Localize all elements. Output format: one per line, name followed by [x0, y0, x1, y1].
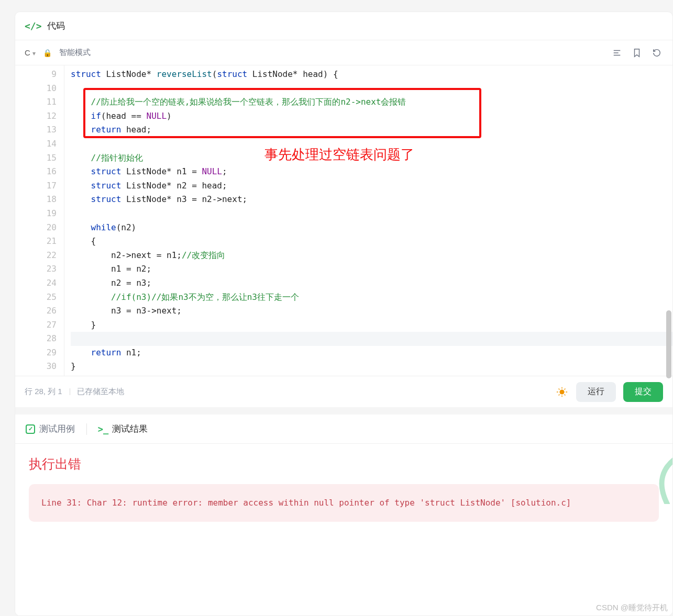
- panel-header: </> 代码: [15, 12, 672, 40]
- tab-testcases[interactable]: ✓ 测试用例: [26, 423, 75, 435]
- line-number: 21: [15, 234, 57, 249]
- lock-icon: 🔒: [43, 49, 52, 57]
- code-panel: </> 代码 C ▾ 🔒 智能模式 9101112131415161718192…: [15, 12, 673, 616]
- editor-toolbar: C ▾ 🔒 智能模式: [15, 40, 672, 65]
- code-line: [71, 332, 672, 346]
- code-area[interactable]: struct ListNode* reverseList(struct List…: [64, 65, 672, 376]
- run-button[interactable]: 运行: [576, 382, 616, 402]
- line-number: 27: [15, 318, 57, 332]
- format-icon[interactable]: [611, 47, 623, 59]
- line-number: 29: [15, 346, 57, 360]
- line-number: 20: [15, 221, 57, 235]
- line-number: 24: [15, 276, 57, 290]
- line-number: 13: [15, 123, 57, 137]
- code-line: return head;: [71, 123, 672, 137]
- code-line: [71, 207, 672, 221]
- results-panel: ✓ 测试用例 >_ 测试结果 执行出错 Line 31: Char 12: ru…: [15, 407, 672, 615]
- watermark: CSDN @睡觉待开机: [596, 603, 668, 613]
- chevron-down-icon: ▾: [32, 50, 36, 57]
- status-bar: 行 28, 列 1 已存储至本地 运行 提交: [15, 376, 672, 407]
- line-numbers: 9101112131415161718192021222324252627282…: [15, 65, 64, 376]
- code-line: n3 = n3->next;: [71, 304, 672, 318]
- code-line: if(head == NULL): [71, 109, 672, 124]
- line-number: 28: [15, 332, 57, 346]
- code-line: struct ListNode* n2 = head;: [71, 179, 672, 193]
- code-line: struct ListNode* n1 = NULL;: [71, 165, 672, 179]
- left-panel-scroll-hint: [0, 10, 5, 345]
- line-number: 12: [15, 109, 57, 124]
- line-number: 19: [15, 207, 57, 221]
- results-body: 执行出错 Line 31: Char 12: runtime error: me…: [15, 444, 672, 533]
- code-line: return n1;: [71, 346, 672, 360]
- line-number: 23: [15, 262, 57, 276]
- code-line: n1 = n2;: [71, 262, 672, 276]
- language-selector[interactable]: C ▾: [25, 48, 36, 57]
- code-line: n2 = n3;: [71, 276, 672, 290]
- svg-point-0: [559, 389, 564, 394]
- results-tabs: ✓ 测试用例 >_ 测试结果: [15, 415, 672, 444]
- divider: [86, 423, 87, 435]
- line-number: 17: [15, 179, 57, 193]
- decorative-curve: [646, 457, 673, 504]
- vertical-scrollbar[interactable]: [665, 80, 672, 411]
- panel-title: 代码: [47, 20, 65, 32]
- language-label: C: [25, 48, 30, 57]
- code-line: //防止给我一个空的链表,如果说给我一个空链表，那么我们下面的n2->next会…: [71, 95, 672, 109]
- line-number: 14: [15, 137, 57, 151]
- code-line: [71, 82, 672, 96]
- line-number: 25: [15, 290, 57, 305]
- line-number: 22: [15, 249, 57, 263]
- code-line: while(n2): [71, 221, 672, 235]
- line-number: 26: [15, 304, 57, 318]
- code-line: struct ListNode* reverseList(struct List…: [71, 68, 672, 82]
- save-status: 已存储至本地: [70, 387, 124, 397]
- code-line: {: [71, 234, 672, 249]
- code-line: //if(n3)//如果n3不为空，那么让n3往下走一个: [71, 290, 672, 305]
- scrollbar-thumb[interactable]: [666, 310, 671, 378]
- check-icon: ✓: [26, 424, 35, 434]
- tab-result-label: 测试结果: [112, 423, 148, 435]
- code-line: }: [71, 318, 672, 332]
- error-message: Line 31: Char 12: runtime error: member …: [29, 484, 659, 522]
- error-title: 执行出错: [29, 455, 659, 473]
- line-number: 9: [15, 68, 57, 82]
- bookmark-icon[interactable]: [631, 47, 643, 59]
- reset-icon[interactable]: [650, 47, 663, 59]
- code-icon: </>: [25, 20, 42, 31]
- tab-testcases-label: 测试用例: [39, 423, 75, 435]
- line-number: 30: [15, 360, 57, 374]
- debug-icon[interactable]: [555, 385, 569, 399]
- code-line: }: [71, 360, 672, 374]
- code-line: n2->next = n1;//改变指向: [71, 249, 672, 263]
- cursor-position: 行 28, 列 1: [25, 387, 62, 397]
- code-line: struct ListNode* n3 = n2->next;: [71, 193, 672, 207]
- mode-label: 智能模式: [59, 48, 91, 58]
- line-number: 15: [15, 151, 57, 165]
- terminal-icon: >_: [98, 424, 108, 434]
- line-number: 16: [15, 165, 57, 179]
- code-editor[interactable]: 9101112131415161718192021222324252627282…: [15, 65, 672, 376]
- line-number: 10: [15, 82, 57, 96]
- tab-result[interactable]: >_ 测试结果: [98, 423, 148, 435]
- line-number: 18: [15, 193, 57, 207]
- annotation-text: 事先处理过空链表问题了: [264, 148, 414, 162]
- line-number: 11: [15, 95, 57, 109]
- submit-button[interactable]: 提交: [623, 382, 663, 402]
